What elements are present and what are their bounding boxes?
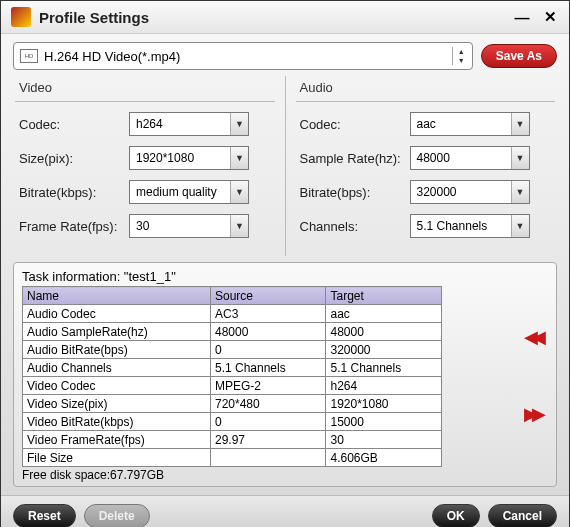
video-codec-select[interactable]: h264▼: [129, 112, 249, 136]
audio-title: Audio: [296, 80, 556, 102]
video-panel: Video Codec: h264▼ Size(pix): 1920*1080▼…: [13, 76, 277, 256]
audio-samplerate-select[interactable]: 48000▼: [410, 146, 530, 170]
audio-codec-label: Codec:: [300, 117, 410, 132]
table-row[interactable]: Video CodecMPEG-2h264: [23, 377, 442, 395]
audio-samplerate-label: Sample Rate(hz):: [300, 151, 410, 166]
table-row[interactable]: Audio Channels5.1 Channels5.1 Channels: [23, 359, 442, 377]
profile-select[interactable]: HD H.264 HD Video(*.mp4) ▲▼: [13, 42, 473, 70]
panel-divider: [285, 76, 286, 256]
chevron-down-icon[interactable]: ▼: [511, 147, 529, 169]
col-target[interactable]: Target: [326, 287, 442, 305]
task-info-box: Task information: "test1_1" Name Source …: [13, 262, 557, 487]
audio-panel: Audio Codec: aac▼ Sample Rate(hz): 48000…: [294, 76, 558, 256]
audio-bitrate-label: Bitrate(bps):: [300, 185, 410, 200]
video-framerate-select[interactable]: 30▼: [129, 214, 249, 238]
profile-spin-icon[interactable]: ▲▼: [452, 47, 470, 65]
chevron-down-icon[interactable]: ▼: [230, 181, 248, 203]
free-disk-space: Free disk space:67.797GB: [22, 468, 514, 482]
video-title: Video: [15, 80, 275, 102]
ok-button[interactable]: OK: [432, 504, 480, 527]
table-row[interactable]: Audio SampleRate(hz)4800048000: [23, 323, 442, 341]
video-size-select[interactable]: 1920*1080▼: [129, 146, 249, 170]
titlebar: Profile Settings — ✕: [1, 1, 569, 34]
prev-task-button[interactable]: ◀◀: [524, 326, 540, 348]
table-row[interactable]: Audio CodecAC3aac: [23, 305, 442, 323]
audio-codec-select[interactable]: aac▼: [410, 112, 530, 136]
close-button[interactable]: ✕: [541, 8, 559, 26]
profile-settings-window: Profile Settings — ✕ HD H.264 HD Video(*…: [0, 0, 570, 527]
delete-button: Delete: [84, 504, 150, 527]
video-bitrate-select[interactable]: medium quality▼: [129, 180, 249, 204]
task-info-title: Task information: "test1_1": [22, 269, 514, 284]
profile-format-icon: HD: [20, 49, 38, 63]
chevron-down-icon[interactable]: ▼: [230, 215, 248, 237]
video-framerate-label: Frame Rate(fps):: [19, 219, 129, 234]
window-title: Profile Settings: [39, 9, 503, 26]
next-task-button[interactable]: ▶▶: [524, 403, 540, 425]
app-icon: [11, 7, 31, 27]
table-row[interactable]: Video BitRate(kbps)015000: [23, 413, 442, 431]
video-codec-label: Codec:: [19, 117, 129, 132]
audio-channels-label: Channels:: [300, 219, 410, 234]
chevron-down-icon[interactable]: ▼: [230, 147, 248, 169]
cancel-button[interactable]: Cancel: [488, 504, 557, 527]
minimize-button[interactable]: —: [513, 9, 531, 26]
table-row[interactable]: File Size4.606GB: [23, 449, 442, 467]
table-row[interactable]: Video Size(pix)720*4801920*1080: [23, 395, 442, 413]
audio-channels-select[interactable]: 5.1 Channels▼: [410, 214, 530, 238]
video-size-label: Size(pix):: [19, 151, 129, 166]
chevron-down-icon[interactable]: ▼: [511, 113, 529, 135]
table-row[interactable]: Video FrameRate(fps)29.9730: [23, 431, 442, 449]
chevron-down-icon[interactable]: ▼: [230, 113, 248, 135]
footer: Reset Delete OK Cancel: [1, 495, 569, 527]
table-row[interactable]: Audio BitRate(bps)0320000: [23, 341, 442, 359]
audio-bitrate-select[interactable]: 320000▼: [410, 180, 530, 204]
profile-name: H.264 HD Video(*.mp4): [44, 49, 452, 64]
task-info-table: Name Source Target Audio CodecAC3aacAudi…: [22, 286, 442, 467]
chevron-down-icon[interactable]: ▼: [511, 215, 529, 237]
col-name[interactable]: Name: [23, 287, 211, 305]
reset-button[interactable]: Reset: [13, 504, 76, 527]
video-bitrate-label: Bitrate(kbps):: [19, 185, 129, 200]
save-as-button[interactable]: Save As: [481, 44, 557, 68]
col-source[interactable]: Source: [210, 287, 326, 305]
chevron-down-icon[interactable]: ▼: [511, 181, 529, 203]
